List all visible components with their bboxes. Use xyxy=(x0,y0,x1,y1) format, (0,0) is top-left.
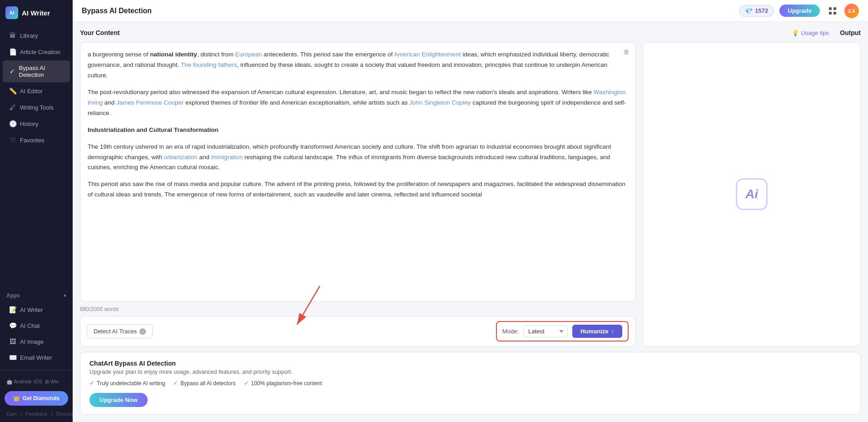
output-label: Output xyxy=(840,29,861,36)
user-avatar[interactable]: 2.5 xyxy=(844,4,859,18)
library-icon: 🏛 xyxy=(9,32,16,39)
ai-placeholder-icon: Ai xyxy=(736,178,768,210)
article-icon: 📄 xyxy=(9,48,16,55)
trash-button[interactable]: 🗑 xyxy=(623,47,630,58)
feature-1: ✓ Truly undetectable AI writing xyxy=(89,380,165,387)
earn-link[interactable]: Earn xyxy=(6,411,17,417)
apps-section: Apps ▾ 📝 AI Writer 💬 AI Chat 🖼 AI Image … xyxy=(0,285,73,370)
svg-rect-0 xyxy=(829,7,832,10)
banner-title: ChatArt Bypass AI Detection xyxy=(89,360,851,367)
diamond-icon: 💎 xyxy=(745,7,753,15)
footer-links: Earn | Feedback | Discord xyxy=(0,408,73,419)
word-count: 880/2000 words xyxy=(80,306,635,312)
sidebar-nav: 🏛 Library 📄 Article Creation ✓ Bypass AI… xyxy=(0,25,73,285)
sidebar-item-label: Email Writer xyxy=(20,354,52,361)
left-panel: Your Content 💡 Usage tips Output 🗑 a bur… xyxy=(80,29,861,415)
sidebar-item-label: History xyxy=(20,121,38,127)
sidebar-item-ai-chat[interactable]: 💬 AI Chat xyxy=(3,318,70,333)
sidebar-item-writing-tools[interactable]: 🖊 Writing Tools xyxy=(3,100,70,115)
ios-link[interactable]: iOS xyxy=(34,379,42,385)
content-paragraph-4: This period also saw the rise of mass me… xyxy=(88,179,628,200)
sidebar: AI AI Writer 🏛 Library 📄 Article Creatio… xyxy=(0,0,73,422)
content-paragraph-3: The 19th century ushered in an era of ra… xyxy=(88,142,628,173)
banner-subtitle: Upgrade your plan to enjoy more usage, a… xyxy=(89,369,851,375)
platform-links: 🤖 Android iOS ⊞ Win xyxy=(0,375,73,388)
sidebar-item-favorites[interactable]: ♡ Favorites xyxy=(3,132,70,148)
email-icon: ✉️ xyxy=(9,354,16,361)
get-diamonds-button[interactable]: 👑 Get Diamonds xyxy=(5,391,68,406)
sidebar-item-label: AI Image xyxy=(20,338,44,345)
android-link[interactable]: 🤖 Android xyxy=(6,379,31,385)
svg-rect-1 xyxy=(833,7,836,10)
app-logo: AI AI Writer xyxy=(0,0,73,25)
page-title: Bypass AI Detection xyxy=(82,7,152,15)
mode-label: Mode: xyxy=(502,328,519,335)
editor-icon: ✏️ xyxy=(9,87,16,95)
content-paragraph-1: a burgeoning sense of national identity,… xyxy=(88,50,628,81)
upgrade-now-button[interactable]: Upgrade Now xyxy=(89,393,148,407)
sidebar-item-ai-writer[interactable]: 📝 AI Writer xyxy=(3,302,70,317)
feedback-link[interactable]: Feedback xyxy=(25,411,47,417)
grid-icon-button[interactable] xyxy=(825,4,840,18)
main-header: Bypass AI Detection 💎 1572 Upgrade 2.5 xyxy=(73,0,868,22)
your-content-label: Your Content xyxy=(80,29,120,36)
mode-select[interactable]: Latest Standard Advanced xyxy=(523,325,568,337)
win-link[interactable]: ⊞ Win xyxy=(45,379,59,385)
sidebar-item-library[interactable]: 🏛 Library xyxy=(3,28,70,43)
crown-icon: 👑 xyxy=(13,395,20,402)
apps-label: Apps xyxy=(6,292,20,299)
content-paragraph-2: The post-revolutionary period also witne… xyxy=(88,87,628,119)
output-placeholder-box: Ai xyxy=(643,42,861,347)
discord-link[interactable]: Discord xyxy=(56,411,73,417)
history-icon: 🕐 xyxy=(9,120,16,127)
sidebar-item-label: Article Creation xyxy=(20,49,60,55)
lightbulb-icon: 💡 xyxy=(792,30,799,36)
bottom-toolbar: Detect AI Traces i xyxy=(80,316,635,347)
mode-humanize-group: Mode: Latest Standard Advanced Humanize … xyxy=(496,321,629,342)
sidebar-item-label: Library xyxy=(20,32,38,39)
sidebar-item-label: Bypass AI Detection xyxy=(19,65,64,78)
ai-chat-icon: 💬 xyxy=(9,322,16,329)
diamonds-badge[interactable]: 💎 1572 xyxy=(739,5,774,17)
detect-ai-traces-button[interactable]: Detect AI Traces i xyxy=(87,324,153,338)
humanize-button[interactable]: Humanize ↑ xyxy=(572,325,622,338)
app-logo-icon: AI xyxy=(5,6,18,19)
header-icons: 2.5 xyxy=(825,4,859,18)
sidebar-item-label: Favorites xyxy=(20,137,44,144)
sidebar-item-label: AI Chat xyxy=(20,322,40,329)
banner-features: ✓ Truly undetectable AI writing ✓ Bypass… xyxy=(89,380,851,387)
sidebar-bottom: 🤖 Android iOS ⊞ Win 👑 Get Diamonds Earn … xyxy=(0,370,73,422)
panel-label-row: Your Content 💡 Usage tips Output xyxy=(80,29,861,36)
content-area: Your Content 💡 Usage tips Output 🗑 a bur… xyxy=(73,22,868,422)
grid-icon xyxy=(828,7,837,15)
upgrade-banner: ChatArt Bypass AI Detection Upgrade your… xyxy=(80,352,861,415)
upgrade-button[interactable]: Upgrade xyxy=(779,5,820,17)
svg-rect-3 xyxy=(833,12,836,15)
usage-tips-btn[interactable]: 💡 Usage tips xyxy=(792,30,829,36)
check-icon-2: ✓ xyxy=(173,380,178,387)
sidebar-item-bypass-ai[interactable]: ✓ Bypass AI Detection xyxy=(3,60,70,82)
content-text-area[interactable]: 🗑 a burgeoning sense of national identit… xyxy=(80,42,635,301)
bypass-icon: ✓ xyxy=(9,68,15,75)
chevron-down-icon: ▾ xyxy=(64,292,66,299)
content-heading-industrialization: Industrialization and Cultural Transform… xyxy=(88,125,628,136)
feature-2: ✓ Bypass all AI detectors xyxy=(173,380,235,387)
check-icon-3: ✓ xyxy=(244,380,249,387)
upload-icon: ↑ xyxy=(611,328,614,335)
ai-writer-icon: 📝 xyxy=(9,306,16,313)
sidebar-item-article-creation[interactable]: 📄 Article Creation xyxy=(3,44,70,60)
apps-header[interactable]: Apps ▾ xyxy=(0,290,73,301)
sidebar-item-label: AI Writer xyxy=(20,306,43,313)
sidebar-item-label: AI Editor xyxy=(20,88,43,95)
sidebar-item-history[interactable]: 🕐 History xyxy=(3,116,70,131)
sidebar-item-ai-editor[interactable]: ✏️ AI Editor xyxy=(3,83,70,99)
info-icon: i xyxy=(139,328,146,335)
app-name: AI Writer xyxy=(22,9,50,17)
feature-3: ✓ 100% plagiarism-free content xyxy=(244,380,322,387)
ai-image-icon: 🖼 xyxy=(9,338,16,345)
sidebar-item-ai-image[interactable]: 🖼 AI Image xyxy=(3,334,70,349)
sidebar-item-email-writer[interactable]: ✉️ Email Writer xyxy=(3,350,70,365)
writing-icon: 🖊 xyxy=(9,104,16,111)
svg-rect-2 xyxy=(829,12,832,15)
main-area: Bypass AI Detection 💎 1572 Upgrade 2.5 xyxy=(73,0,868,422)
